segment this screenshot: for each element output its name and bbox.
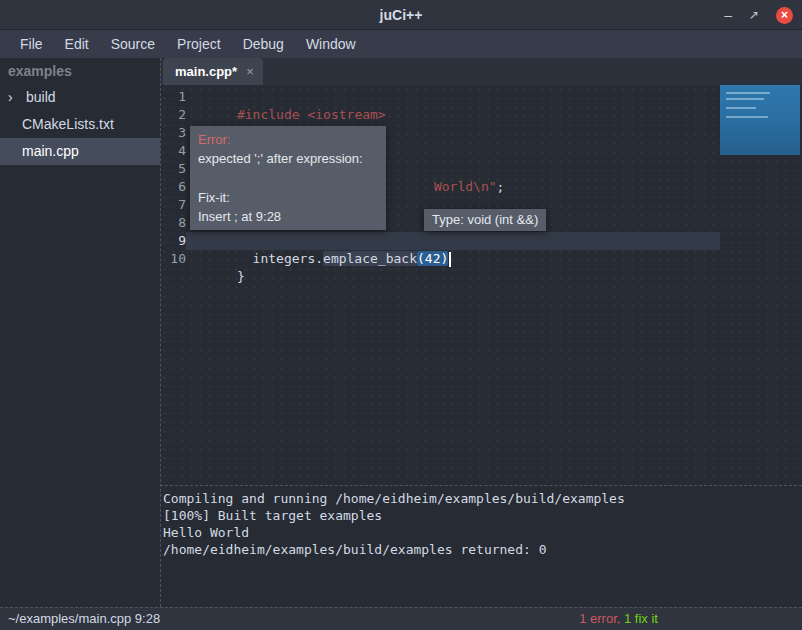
menu-project[interactable]: Project: [166, 36, 232, 52]
status-diagnostics[interactable]: 1 error, 1 fix it: [579, 608, 658, 630]
tree-item-label: build: [26, 89, 56, 105]
minimap[interactable]: [720, 85, 800, 155]
terminal-line: /home/eidheim/examples/build/examples re…: [163, 541, 802, 558]
minimap-code-line: [726, 107, 756, 109]
minimap-code-line: [726, 98, 764, 100]
method-occurrence-highlight: emplace_back: [323, 251, 417, 266]
tab-label: main.cpp*: [175, 64, 237, 79]
menu-window[interactable]: Window: [295, 36, 367, 52]
tree-item-cmakelists[interactable]: CMakeLists.txt: [0, 111, 160, 138]
tab-bar: main.cpp* ×: [160, 58, 802, 85]
chevron-right-icon[interactable]: ›: [8, 84, 13, 111]
code-text: }: [237, 269, 245, 284]
juci-window: juCi++ – ↗ × File Edit Source Project De…: [0, 0, 802, 630]
menu-bar: File Edit Source Project Debug Window: [0, 30, 802, 58]
gutter-line-number: 1: [160, 88, 186, 106]
code-text: ;: [497, 179, 505, 194]
status-separator: ,: [617, 611, 624, 626]
project-name-header: examples: [0, 58, 160, 84]
gutter-line-number: 8: [160, 214, 186, 232]
maximize-button[interactable]: ↗: [749, 8, 759, 22]
gutter-line-number: 6: [160, 178, 186, 196]
code-line-10: }: [190, 250, 245, 304]
terminal-line: Hello World: [163, 524, 802, 541]
gutter-line-number: 10: [160, 250, 186, 268]
status-bar: ~/examples/main.cpp 9:28 1 error, 1 fix …: [0, 607, 802, 630]
error-tooltip: Error: expected ';' after expression: Fi…: [190, 126, 386, 230]
text-cursor: [449, 252, 451, 267]
gutter-line-number: 7: [160, 196, 186, 214]
error-tooltip-title: Error:: [198, 130, 378, 149]
minimap-code-line: [726, 92, 770, 94]
gutter-line-number: 2: [160, 106, 186, 124]
window-controls: – ↗ ×: [724, 0, 793, 30]
minimize-button[interactable]: –: [724, 8, 732, 22]
minimap-code-line: [726, 116, 768, 118]
tree-item-label: CMakeLists.txt: [22, 116, 114, 132]
menu-edit[interactable]: Edit: [54, 36, 100, 52]
menu-source[interactable]: Source: [100, 36, 166, 52]
type-tooltip: Type: void (int &&): [424, 209, 546, 231]
code-text: integers.: [237, 251, 323, 266]
tree-item-label: main.cpp: [22, 143, 79, 159]
window-title: juCi++: [0, 0, 802, 30]
menu-debug[interactable]: Debug: [232, 36, 295, 52]
tab-close-icon[interactable]: ×: [246, 65, 254, 78]
tooltip-spacer: [198, 168, 378, 188]
titlebar: juCi++ – ↗ ×: [0, 0, 802, 30]
gutter-line-number: 4: [160, 142, 186, 160]
tree-item-build[interactable]: › build: [0, 84, 160, 111]
terminal-panel[interactable]: Compiling and running /home/eidheim/exam…: [160, 485, 802, 607]
panel-separator[interactable]: [160, 58, 161, 607]
gutter-line-number-current: 9: [160, 232, 186, 250]
terminal-line: [100%] Built target examples: [163, 507, 802, 524]
close-button[interactable]: ×: [776, 7, 793, 24]
status-error-count[interactable]: 1 error: [579, 611, 617, 626]
tab-main-cpp[interactable]: main.cpp* ×: [163, 58, 263, 85]
string-literal: World\n": [434, 179, 497, 194]
terminal-line: Compiling and running /home/eidheim/exam…: [163, 490, 802, 507]
status-file-location: ~/examples/main.cpp 9:28: [8, 608, 160, 630]
tree-item-main-cpp[interactable]: main.cpp: [0, 138, 160, 165]
fixit-title: Fix-it:: [198, 188, 378, 207]
gutter-line-number: 3: [160, 124, 186, 142]
file-tree-panel: examples › build CMakeLists.txt main.cpp: [0, 58, 160, 607]
menu-file[interactable]: File: [9, 36, 54, 52]
error-tooltip-message: expected ';' after expression:: [198, 149, 378, 168]
status-fixit-count[interactable]: 1 fix it: [624, 611, 658, 626]
call-args-selection: (42): [417, 251, 448, 266]
fixit-message: Insert ; at 9:28: [198, 207, 378, 226]
code-editor[interactable]: 1 2 3 4 5 6 7 8 9 10 #include <iostream>…: [160, 85, 802, 485]
gutter-line-number: 5: [160, 160, 186, 178]
